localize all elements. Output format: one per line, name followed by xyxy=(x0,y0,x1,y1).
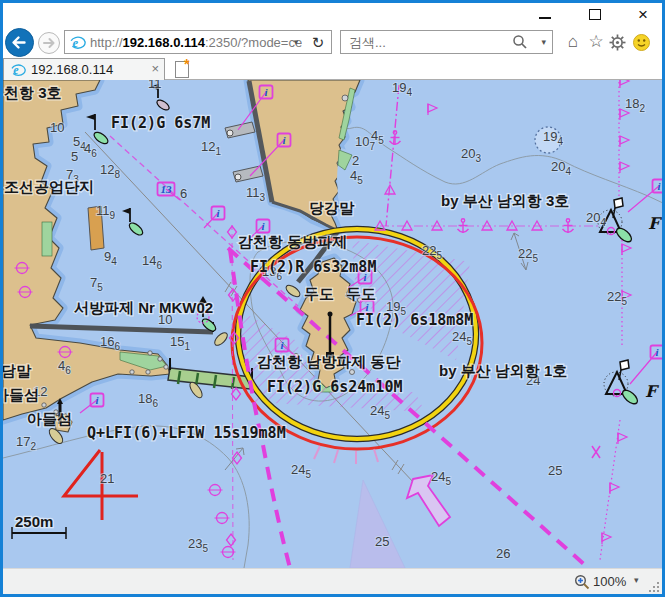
place-label: 감천항 동방파제 xyxy=(238,233,347,250)
tab-bar: e 192.168.0.114 × * xyxy=(3,58,662,80)
url-text: http://192.168.0.114:2350/?mode=cen xyxy=(90,34,302,51)
new-tab-star-icon: * xyxy=(184,56,189,72)
back-button[interactable] xyxy=(5,28,34,57)
favorites-star-button[interactable]: ☆ xyxy=(586,32,606,52)
close-button[interactable]: × xyxy=(629,5,657,25)
depth-sounding: 21 xyxy=(100,471,114,486)
depth-sounding: 10 xyxy=(50,120,64,135)
light-label: FI(2) 6s18m8M xyxy=(356,311,473,329)
refresh-button[interactable]: ↻ xyxy=(308,32,328,52)
depth-sounding: 6 xyxy=(180,186,187,201)
place-label: 두도 xyxy=(304,285,334,302)
search-box[interactable]: 검색... ▾ xyxy=(340,30,553,54)
depth-sounding: 26 xyxy=(496,546,510,561)
place-label: by 부산 남외항 3호 xyxy=(441,192,569,209)
place-label: by 부산 남외항 1호 xyxy=(439,362,567,379)
place-label: 서방파제 Nr MKW02 xyxy=(74,299,213,316)
place-label: 감천항 남방파제 동단 xyxy=(257,353,401,370)
resize-grip[interactable] xyxy=(649,581,660,592)
chart-viewport: 250m iiiiiiiiii13 1054465128731191194146… xyxy=(3,80,662,568)
navigation-bar: e http://192.168.0.114:2350/?mode=cen ▾ … xyxy=(3,28,662,58)
title-bar[interactable]: × xyxy=(3,3,662,28)
light-label: FI(2)R 6s32m8M xyxy=(250,258,376,276)
maximize-icon xyxy=(589,9,601,20)
home-button[interactable]: ⌂ xyxy=(563,32,583,52)
depth-sounding: 5 xyxy=(71,149,78,164)
tab-active[interactable]: e 192.168.0.114 × xyxy=(3,58,165,80)
place-label: 당강말 xyxy=(309,199,355,216)
tab-close-button[interactable]: × xyxy=(151,61,159,76)
light-label: FI(2)G 6s24m10M xyxy=(267,378,402,396)
depth-sounding: 11 xyxy=(148,80,162,91)
tab-title: 192.168.0.114 xyxy=(31,62,113,77)
nautical-chart[interactable]: 250m iiiiiiiiii13 1054465128731191194146… xyxy=(3,80,662,568)
smiley-icon xyxy=(633,34,650,51)
place-label: 두도 xyxy=(346,285,376,302)
minimize-icon xyxy=(539,17,551,19)
feedback-smiley-button[interactable] xyxy=(631,34,651,54)
new-tab-button[interactable]: * xyxy=(172,60,196,79)
minimize-button[interactable] xyxy=(531,5,559,25)
zoom-level[interactable]: 100% xyxy=(593,574,626,589)
place-label: 천항 3호 xyxy=(4,84,62,101)
place-label: 아들섬 xyxy=(3,386,39,403)
place-label: 가담말 xyxy=(3,362,32,379)
ie-logo-icon: e xyxy=(10,62,26,82)
svg-text:13: 13 xyxy=(161,183,173,195)
zoom-dropdown[interactable]: ▾ xyxy=(634,575,639,585)
zoom-magnifier-icon xyxy=(574,574,590,594)
address-bar[interactable]: e http://192.168.0.114:2350/?mode=cen ▾ … xyxy=(64,30,332,54)
light-label: FI(2)G 6s7M xyxy=(111,114,210,132)
maximize-button[interactable] xyxy=(581,5,609,25)
depth-sounding: 25 xyxy=(548,463,562,478)
search-dropdown[interactable]: ▾ xyxy=(541,35,546,50)
status-bar: 100% ▾ xyxy=(3,568,662,594)
gear-icon xyxy=(609,34,626,51)
depth-sounding: 25 xyxy=(375,534,389,549)
search-placeholder: 검색... xyxy=(349,34,386,51)
depth-sounding: 2 xyxy=(352,153,359,168)
ie-logo-icon: e xyxy=(69,34,86,55)
search-icon[interactable] xyxy=(512,34,528,54)
light-label: Q+LFI(6)+LFIW 15s19m8M xyxy=(87,424,286,442)
forward-button[interactable] xyxy=(38,32,60,54)
address-dropdown[interactable]: ▾ xyxy=(289,35,303,50)
forward-arrow-icon xyxy=(39,33,59,53)
place-label: 조선공업단지 xyxy=(4,178,94,195)
settings-gear-button[interactable] xyxy=(607,34,627,54)
place-label: 아들섬 xyxy=(27,410,72,427)
browser-window: × e http://192.168.0.114:2350/?mode=cen … xyxy=(0,0,665,597)
back-arrow-icon xyxy=(6,29,33,56)
scale-label: 250m xyxy=(15,513,53,530)
